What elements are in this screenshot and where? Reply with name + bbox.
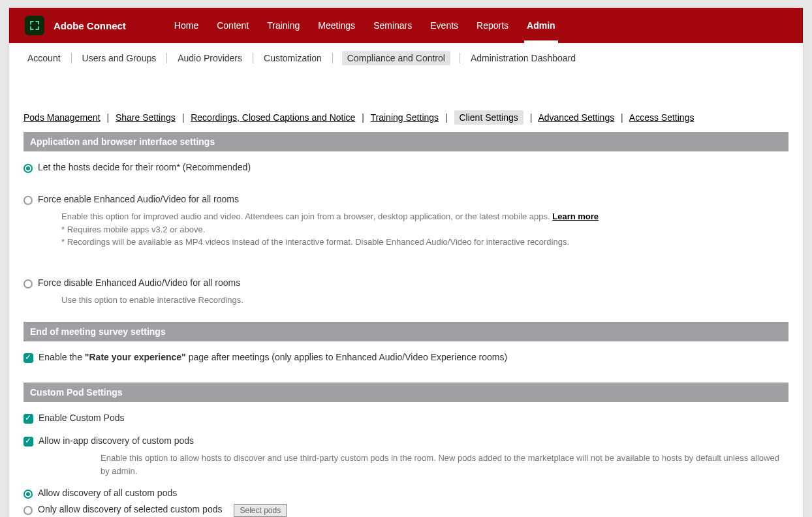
subnav-users-groups[interactable]: Users and Groups	[81, 52, 158, 65]
tab-client-settings[interactable]: Client Settings	[454, 110, 523, 125]
subnav-audio-providers[interactable]: Audio Providers	[176, 52, 243, 65]
radio-host-decide[interactable]	[23, 164, 33, 173]
tab-share-settings[interactable]: Share Settings	[116, 112, 176, 123]
tab-advanced-settings[interactable]: Advanced Settings	[538, 112, 614, 123]
nav-admin[interactable]: Admin	[518, 8, 565, 43]
tab-recordings-cc-notice[interactable]: Recordings, Closed Captions and Notice	[191, 112, 355, 123]
nav-content[interactable]: Content	[208, 8, 258, 43]
section-custom-pod: Custom Pod Settings	[23, 383, 789, 402]
nav-home[interactable]: Home	[165, 8, 208, 43]
checkbox-allow-discovery[interactable]	[23, 437, 33, 446]
label-allow-selected-pods: Only allow discovery of selected custom …	[38, 504, 222, 514]
label-force-disable-av: Force disable Enhanced Audio/Video for a…	[38, 277, 240, 288]
select-pods-button[interactable]: Select pods	[234, 504, 287, 517]
label-host-decide: Let the hosts decide for their room* (Re…	[38, 162, 251, 172]
label-allow-all-pods: Allow discovery of all custom pods	[38, 488, 177, 498]
help-force-disable-av: Use this option to enable interactive Re…	[23, 291, 789, 317]
app-title: Adobe Connect	[54, 20, 126, 31]
subnav-admin-dashboard[interactable]: Administration Dashboard	[469, 52, 577, 65]
help-allow-discovery: Enable this option to allow hosts to dis…	[23, 449, 789, 485]
label-allow-discovery: Allow in-app discovery of custom pods	[39, 435, 194, 446]
checkbox-rate-experience[interactable]	[23, 353, 33, 363]
label-enable-custom-pods: Enable Custom Pods	[39, 413, 125, 423]
label-rate-experience: Enable the "Rate your experience" page a…	[39, 352, 507, 362]
nav-training[interactable]: Training	[258, 8, 309, 43]
nav-meetings[interactable]: Meetings	[309, 8, 364, 43]
help-force-enable-av: Enable this option for improved audio an…	[23, 208, 789, 259]
tab-access-settings[interactable]: Access Settings	[629, 112, 695, 123]
nav-seminars[interactable]: Seminars	[364, 8, 421, 43]
checkbox-enable-custom-pods[interactable]	[23, 414, 33, 424]
subnav-compliance-control[interactable]: Compliance and Control	[342, 51, 450, 65]
section-survey: End of meeting survey settings	[23, 322, 789, 341]
radio-allow-all-pods[interactable]	[23, 490, 33, 499]
nav-events[interactable]: Events	[421, 8, 467, 43]
link-learn-more[interactable]: Learn more	[552, 212, 599, 221]
radio-force-disable-av[interactable]	[23, 279, 33, 289]
top-nav: Adobe Connect Home Content Training Meet…	[9, 8, 803, 43]
settings-tabs: Pods Management | Share Settings | Recor…	[23, 112, 789, 123]
label-force-enable-av: Force enable Enhanced Audio/Video for al…	[38, 194, 239, 204]
tab-pods-management[interactable]: Pods Management	[23, 112, 101, 123]
admin-subnav: Account Users and Groups Audio Providers…	[9, 43, 803, 73]
section-app-interface: Application and browser interface settin…	[23, 132, 789, 151]
radio-allow-selected-pods[interactable]	[23, 506, 33, 515]
nav-reports[interactable]: Reports	[467, 8, 518, 43]
tab-training-settings[interactable]: Training Settings	[371, 112, 439, 123]
subnav-customization[interactable]: Customization	[262, 52, 323, 65]
app-logo	[25, 16, 44, 35]
subnav-account[interactable]: Account	[26, 52, 62, 65]
radio-force-enable-av[interactable]	[23, 196, 33, 205]
